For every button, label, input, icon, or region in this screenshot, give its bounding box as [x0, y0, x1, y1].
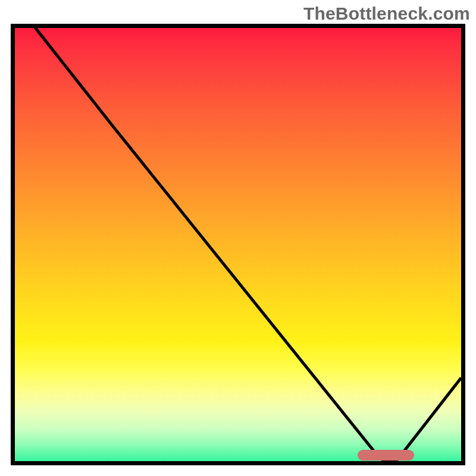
- optimal-range-marker: [358, 450, 414, 461]
- plot-area: [11, 24, 465, 465]
- bottleneck-curve: [11, 24, 465, 465]
- watermark-text: TheBottleneck.com: [303, 4, 470, 24]
